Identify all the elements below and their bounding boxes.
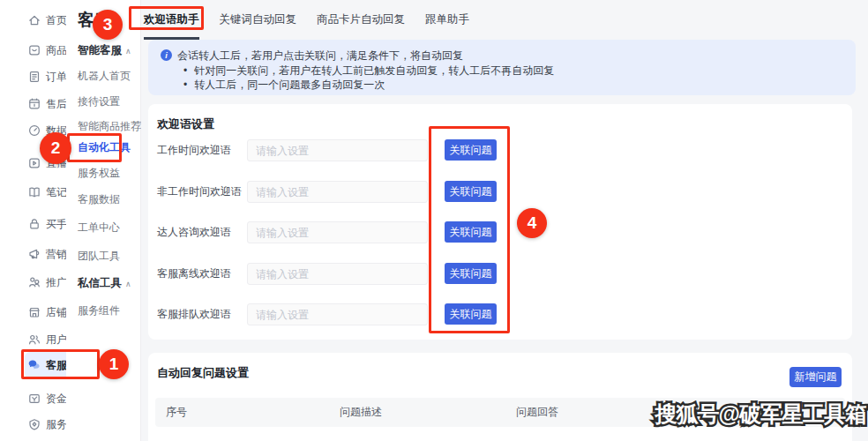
customer-service-admin-page: { "colors": { "accent_blue": "#3e63e0", … xyxy=(0,0,868,441)
info-icon: i xyxy=(161,49,172,61)
banner-line: 会话转人工后，若用户点击关联问，满足条件下，将自动回复 xyxy=(177,49,463,64)
data-icon xyxy=(27,123,41,138)
sidebar-item-aftersale[interactable]: 售后 xyxy=(0,93,66,116)
watermark: 搜狐号@破军星工具箱 搜狐号@破军星工具箱 xyxy=(655,400,866,429)
subnav-item-team-tools[interactable]: 团队工具 xyxy=(78,246,120,265)
tab-welcome-assistant[interactable]: 欢迎语助手 xyxy=(144,0,199,40)
tab-follow-assistant[interactable]: 跟单助手 xyxy=(425,0,469,40)
goods-icon xyxy=(27,43,41,57)
orders-icon xyxy=(27,70,41,84)
subnav-group-dm-tools[interactable]: 私信工具∧ xyxy=(78,273,131,293)
sidebar-item-services[interactable]: 服务 xyxy=(0,413,66,436)
welcome-row: 工作时间欢迎语 关联问题 xyxy=(148,139,852,161)
sidebar-item-notes[interactable]: 笔记 xyxy=(0,181,66,204)
subnav-item-robot-home[interactable]: 机器人首页 xyxy=(78,66,131,86)
section-title: 自动回复问题设置 xyxy=(157,365,249,381)
row-label: 工作时间欢迎语 xyxy=(157,139,231,161)
tab-product-card-autoreply[interactable]: 商品卡片自动回复 xyxy=(317,0,405,40)
sidebar-item-shop[interactable]: 店铺 xyxy=(0,301,66,324)
subnav-item-automation-tools[interactable]: 自动化工具 xyxy=(78,138,131,157)
banner-bullet: •转人工后，同一个问题最多自动回复一次 xyxy=(183,78,385,93)
add-question-button[interactable]: 新增问题 xyxy=(789,367,842,387)
subnav-item-ticket-center[interactable]: 工单中心 xyxy=(78,218,120,237)
users-icon xyxy=(27,333,41,347)
aftersale-icon xyxy=(27,97,41,111)
row-label: 达人咨询欢迎语 xyxy=(157,221,231,243)
sidebar-item-goods[interactable]: 商品 xyxy=(0,39,66,62)
subnav-title: 客服 xyxy=(78,9,111,32)
home-icon xyxy=(27,13,41,27)
bullet-glyph: • xyxy=(183,78,187,91)
marketing-icon xyxy=(27,247,41,261)
welcome-input-working-hours[interactable] xyxy=(247,139,428,161)
main-content: 欢迎语助手 关键词自动回复 商品卡片自动回复 跟单助手 i 会话转人工后，若用户… xyxy=(141,0,868,441)
welcome-row: 客服排队欢迎语 关联问题 xyxy=(148,303,852,325)
sidebar-item-buyer[interactable]: 买手 xyxy=(0,213,66,235)
link-question-button[interactable]: 关联问题 xyxy=(445,263,497,284)
sidebar-item-funds[interactable]: 资金 xyxy=(0,387,66,410)
column-header-answer: 问题回答 xyxy=(516,398,558,427)
welcome-row: 客服离线欢迎语 关联问题 xyxy=(148,263,852,285)
shop-icon xyxy=(27,305,41,319)
sidebar-item-data[interactable]: 数据 xyxy=(0,119,66,142)
chevron-up-icon: ∧ xyxy=(125,47,131,56)
welcome-row: 达人咨询欢迎语 关联问题 xyxy=(148,221,852,243)
buyer-icon xyxy=(27,217,41,231)
funds-icon xyxy=(27,392,41,406)
primary-sidebar: 首页 商品 订单 售后 数据 直播 笔记 买手 营销 推广 店铺 xyxy=(0,0,66,441)
tab-keyword-autoreply[interactable]: 关键词自动回复 xyxy=(220,0,297,40)
welcome-input-influencer[interactable] xyxy=(247,221,428,243)
sidebar-item-users[interactable]: 用户 xyxy=(0,328,66,351)
tabbar: 欢迎语助手 关键词自动回复 商品卡片自动回复 跟单助手 xyxy=(144,0,469,40)
row-label: 非工作时间欢迎语 xyxy=(157,181,242,203)
services-icon xyxy=(27,417,41,431)
subnav-item-service-rights[interactable]: 服务权益 xyxy=(78,163,120,183)
section-title: 欢迎语设置 xyxy=(157,116,214,132)
welcome-settings-card: 欢迎语设置 工作时间欢迎语 关联问题 非工作时间欢迎语 关联问题 达人咨询欢迎语… xyxy=(148,104,852,340)
sidebar-item-orders[interactable]: 订单 xyxy=(0,65,66,88)
subnav-item-service-components[interactable]: 服务组件 xyxy=(78,301,120,320)
subnav-item-service-data[interactable]: 客服数据 xyxy=(78,190,120,209)
link-question-button[interactable]: 关联问题 xyxy=(445,221,497,243)
promotion-icon xyxy=(27,275,41,289)
banner-bullet: •针对同一关联问，若用户在转人工前已触发自动回复，转人工后不再自动回复 xyxy=(183,64,554,78)
column-header-question: 问题描述 xyxy=(340,398,382,427)
welcome-input-nonworking-hours[interactable] xyxy=(247,181,428,203)
row-label: 客服离线欢迎语 xyxy=(157,263,231,285)
sidebar-item-marketing[interactable]: 营销 xyxy=(0,243,66,265)
subnav-item-smart-recommend[interactable]: 智能商品推荐 xyxy=(78,116,141,136)
sidebar-item-live[interactable]: 直播 xyxy=(0,152,66,175)
notes-icon xyxy=(27,185,41,199)
sidebar-item-home[interactable]: 首页 xyxy=(0,9,66,32)
info-banner: i 会话转人工后，若用户点击关联问，满足条件下，将自动回复 •针对同一关联问，若… xyxy=(148,40,856,95)
service-chat-icon xyxy=(27,358,41,372)
welcome-row: 非工作时间欢迎语 关联问题 xyxy=(148,181,852,203)
live-icon xyxy=(27,156,41,170)
chevron-up-icon: ∧ xyxy=(125,280,131,288)
link-question-button[interactable]: 关联问题 xyxy=(445,303,497,325)
link-question-button[interactable]: 关联问题 xyxy=(445,181,497,202)
bullet-glyph: • xyxy=(183,64,187,77)
secondary-sidebar: 客服 智能客服∧ 机器人首页 接待设置 智能商品推荐 自动化工具 服务权益 客服… xyxy=(66,0,141,441)
subnav-item-reception-settings[interactable]: 接待设置 xyxy=(78,92,120,111)
row-label: 客服排队欢迎语 xyxy=(157,303,231,325)
welcome-input-offline[interactable] xyxy=(247,263,428,285)
subnav-group-smart-service[interactable]: 智能客服∧ xyxy=(78,41,131,60)
link-question-button[interactable]: 关联问题 xyxy=(445,139,497,161)
welcome-input-queue[interactable] xyxy=(247,303,428,325)
sidebar-item-promotion[interactable]: 推广 xyxy=(0,271,66,294)
column-header-index: 序号 xyxy=(166,398,187,427)
